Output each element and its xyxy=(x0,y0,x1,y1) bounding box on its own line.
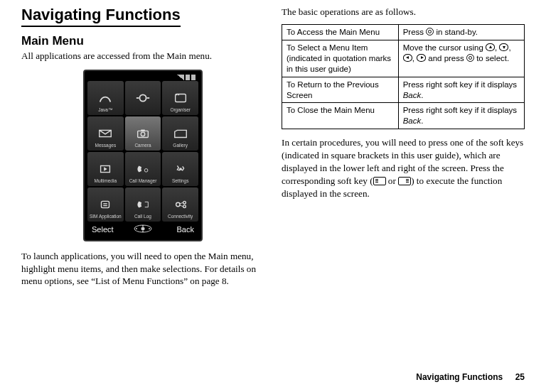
phone-app-tile: Messages xyxy=(87,116,124,151)
footer-title: Navigating Functions xyxy=(416,372,503,382)
svg-point-19 xyxy=(183,205,186,208)
svg-point-25 xyxy=(149,228,150,229)
page-footer: Navigating Functions 25 xyxy=(416,372,525,382)
svg-point-8 xyxy=(141,132,145,136)
right-softkey-icon xyxy=(398,177,411,185)
app-label: Call Log xyxy=(125,214,161,219)
svg-point-12 xyxy=(144,168,148,172)
launch-text: To launch applications, you will need to… xyxy=(21,250,264,288)
op-action: Press right soft key if it displays Back… xyxy=(398,77,524,103)
phone-app-tile: Call Log xyxy=(125,187,161,222)
app-icon xyxy=(97,199,114,210)
op-label: To Close the Main Menu xyxy=(282,103,399,129)
svg-rect-9 xyxy=(141,129,145,131)
phone-app-tile: Java™ xyxy=(87,81,124,115)
op-label: To Select a Menu Item (indicated in quot… xyxy=(282,40,399,77)
softkey-explain: In certain procedures, you will need to … xyxy=(282,136,525,200)
app-label xyxy=(125,108,161,113)
phone-app-tile: SIM Application xyxy=(87,187,124,222)
svg-point-5 xyxy=(178,94,179,95)
section-heading: Main Menu xyxy=(21,34,264,48)
left-key-icon xyxy=(403,54,412,62)
app-icon xyxy=(134,199,151,210)
down-key-icon xyxy=(499,43,508,51)
phone-app-tile: Organiser xyxy=(162,81,198,115)
op-action: Press in stand-by. xyxy=(398,24,524,40)
app-icon xyxy=(97,128,114,139)
app-label: Java™ xyxy=(87,108,124,113)
svg-point-4 xyxy=(176,94,177,95)
svg-point-27 xyxy=(142,231,144,232)
phone-app-tile: Connectivity xyxy=(162,187,198,222)
svg-rect-15 xyxy=(104,203,108,204)
center-key-icon xyxy=(426,28,434,36)
phone-app-tile: Call Manager xyxy=(125,152,161,186)
app-label: Camera xyxy=(125,143,161,148)
app-label: SIM Application xyxy=(87,214,124,219)
app-icon xyxy=(134,163,151,175)
svg-point-24 xyxy=(136,228,137,229)
app-icon xyxy=(97,92,114,104)
app-label: Call Manager xyxy=(125,179,161,184)
softkey-left: Select xyxy=(92,225,126,234)
dpad-icon xyxy=(126,224,160,234)
phone-screenshot: Java™ OrganiserMessagesCameraGalleryMult… xyxy=(21,70,264,241)
app-label: Connectivity xyxy=(162,214,198,219)
svg-point-18 xyxy=(183,201,186,204)
phone-statusbar xyxy=(87,74,198,81)
svg-marker-11 xyxy=(104,167,107,171)
app-icon xyxy=(134,92,151,104)
app-label: Settings xyxy=(162,179,198,184)
app-icon xyxy=(172,163,189,175)
phone-app-tile xyxy=(125,81,161,115)
phone-app-tile: Multimedia xyxy=(87,152,124,186)
operations-table: To Access the Main MenuPress in stand-by… xyxy=(282,24,525,130)
phone-app-tile: Camera xyxy=(125,116,161,151)
app-icon xyxy=(97,163,114,175)
center-key-icon xyxy=(466,54,474,62)
svg-point-26 xyxy=(142,225,144,227)
svg-point-13 xyxy=(179,168,182,170)
op-label: To Access the Main Menu xyxy=(282,24,399,40)
svg-point-17 xyxy=(176,202,180,207)
app-icon xyxy=(172,92,189,104)
battery-icon xyxy=(186,75,190,80)
basic-ops-lead: The basic operations are as follows. xyxy=(282,6,525,18)
app-label: Multimedia xyxy=(87,179,124,184)
app-icon xyxy=(172,128,189,139)
op-label: To Return to the Previous Screen xyxy=(282,77,399,103)
svg-rect-14 xyxy=(102,201,109,207)
phone-app-tile: Settings xyxy=(162,152,198,186)
op-action: Move the cursor using , , , and press to… xyxy=(398,40,524,77)
footer-page: 25 xyxy=(515,372,525,382)
app-icon xyxy=(172,199,189,210)
app-icon xyxy=(134,128,151,139)
svg-point-0 xyxy=(139,94,146,101)
app-label: Messages xyxy=(87,143,124,148)
right-key-icon xyxy=(417,54,426,62)
phone-app-tile: Gallery xyxy=(162,116,198,151)
left-softkey-icon xyxy=(373,177,386,185)
svg-rect-16 xyxy=(104,205,108,206)
signal-icon xyxy=(177,75,184,80)
page-heading: Navigating Functions xyxy=(21,6,181,27)
radio-icon xyxy=(191,75,196,80)
app-label: Gallery xyxy=(162,143,198,148)
svg-point-23 xyxy=(141,227,145,230)
app-label: Organiser xyxy=(162,108,198,113)
intro-text: All applications are accessed from the M… xyxy=(21,50,264,62)
op-action: Press right soft key if it displays Back… xyxy=(398,103,524,129)
up-key-icon xyxy=(486,43,495,51)
softkey-right: Back xyxy=(160,225,194,234)
